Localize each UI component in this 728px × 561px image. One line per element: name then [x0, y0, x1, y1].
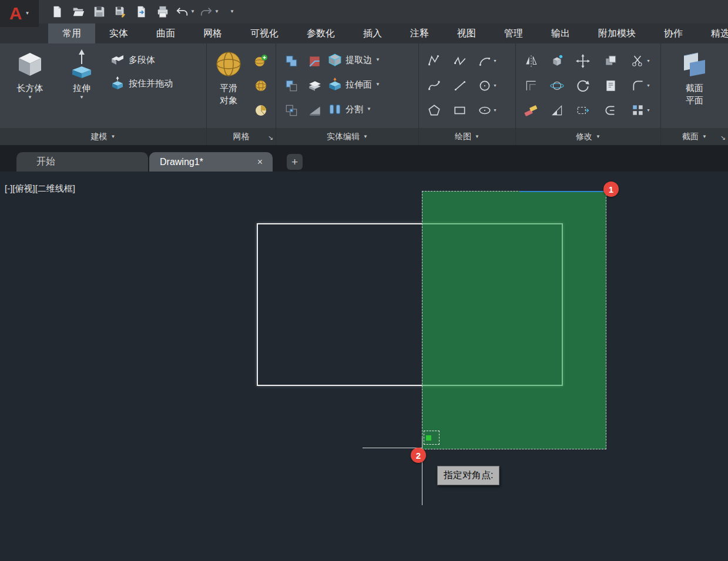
array-dropdown-icon[interactable]: ▼ — [646, 108, 650, 112]
polysolid-label: 多段体 — [129, 55, 155, 66]
ribbon-tab-addins[interactable]: 附加模块 — [584, 23, 650, 43]
increase-smoothness-icon[interactable] — [250, 51, 271, 72]
ribbon-tab-annotate[interactable]: 注释 — [396, 23, 443, 43]
new-file-button[interactable] — [47, 2, 67, 21]
arc-icon[interactable] — [474, 51, 495, 72]
ribbon-tab-visualize[interactable]: 可视化 — [236, 23, 293, 43]
polysolid-button[interactable]: 多段体 — [110, 53, 155, 67]
extract-edges-button[interactable]: 提取边 ▼ — [328, 51, 380, 69]
intersect-icon[interactable] — [281, 100, 302, 121]
thicken-icon[interactable] — [304, 100, 326, 121]
circle-icon[interactable] — [474, 75, 495, 96]
viewport-control-view[interactable]: [俯视] — [12, 183, 35, 194]
separate-button[interactable]: 分割 ▼ — [328, 100, 371, 119]
union-icon[interactable] — [281, 51, 302, 72]
copy-icon[interactable] — [600, 51, 622, 72]
file-tab-drawing1[interactable]: Drawing1* × — [149, 152, 273, 172]
panel-label-modeling[interactable]: 建模 ▼ — [0, 128, 206, 145]
plot-button[interactable] — [153, 2, 173, 21]
chevron-down-icon[interactable]: ▼ — [214, 9, 219, 14]
offset-icon[interactable] — [521, 75, 542, 96]
undo-button[interactable]: ▼ — [174, 2, 197, 21]
export-button[interactable] — [132, 2, 152, 21]
trim-icon[interactable] — [628, 51, 649, 72]
mesh-dialog-launcher-icon[interactable]: ↘ — [268, 134, 273, 142]
save-button[interactable] — [89, 2, 109, 21]
separate-label: 分割 — [345, 104, 363, 115]
box-button[interactable]: 长方体 ▼ — [6, 47, 54, 100]
refine-mesh-icon[interactable] — [250, 100, 271, 121]
ribbon-tab-bar: 常用 实体 曲面 网格 可视化 参数化 插入 注释 视图 管理 输出 附加模块 … — [0, 23, 728, 43]
subtract-icon[interactable] — [281, 75, 302, 96]
extrude-button[interactable]: 拉伸 ▼ — [59, 47, 105, 100]
slice-icon[interactable] — [304, 75, 326, 96]
rotate-icon[interactable] — [572, 75, 593, 96]
spline-icon[interactable] — [424, 75, 445, 96]
ribbon-tab-featured[interactable]: 精选 — [697, 23, 728, 43]
redo-button[interactable]: ▼ — [198, 2, 221, 21]
fillet-icon[interactable] — [628, 75, 649, 96]
box-icon — [16, 47, 44, 81]
ribbon-tab-manage[interactable]: 管理 — [490, 23, 537, 43]
ribbon-tab-parametric[interactable]: 参数化 — [293, 23, 349, 43]
mirror-icon[interactable] — [521, 51, 542, 72]
new-drawing-tab-button[interactable]: + — [287, 154, 303, 170]
line-icon[interactable] — [449, 75, 471, 96]
panel-label-solid-editing[interactable]: 实体编辑 ▼ — [276, 128, 418, 145]
ribbon-tab-view[interactable]: 视图 — [443, 23, 490, 43]
stretch-icon[interactable] — [572, 100, 593, 121]
array-icon[interactable] — [628, 100, 649, 121]
viewport-control-menu[interactable]: [-] — [5, 183, 12, 194]
ribbon-tab-mesh[interactable]: 网格 — [189, 23, 236, 43]
polygon-icon[interactable] — [424, 100, 445, 121]
chevron-down-icon[interactable]: ▼ — [375, 58, 380, 62]
circle-dropdown-icon[interactable]: ▼ — [493, 83, 497, 88]
chevron-down-icon[interactable]: ▼ — [375, 82, 380, 87]
decrease-smoothness-icon[interactable] — [250, 75, 271, 96]
erase-icon[interactable] — [521, 100, 542, 121]
close-icon[interactable]: × — [254, 157, 266, 167]
join-icon[interactable] — [600, 100, 622, 121]
chevron-down-icon[interactable]: ▼ — [190, 9, 195, 14]
section-dialog-launcher-icon[interactable]: ↘ — [720, 134, 726, 142]
smooth-object-button[interactable]: 平滑 对象 — [209, 47, 248, 106]
presspull-button[interactable]: 按住并拖动 — [110, 76, 173, 90]
panel-label-modify[interactable]: 修改 ▼ — [516, 128, 660, 145]
smooth-object-label-1: 平滑 — [220, 83, 237, 93]
chevron-down-icon[interactable]: ▼ — [367, 107, 371, 112]
ribbon-tab-solid[interactable]: 实体 — [95, 23, 142, 43]
extrude-faces-button[interactable]: 拉伸面 ▼ — [328, 75, 380, 94]
ellipse-icon[interactable] — [474, 100, 495, 121]
polyline-icon[interactable] — [424, 51, 445, 72]
fillet-dropdown-icon[interactable]: ▼ — [646, 83, 650, 88]
chevron-down-icon: ▼ — [28, 95, 32, 100]
ribbon-tab-insert[interactable]: 插入 — [349, 23, 396, 43]
open-button[interactable] — [68, 2, 88, 21]
ellipse-dropdown-icon[interactable]: ▼ — [493, 108, 497, 112]
rectangle-icon[interactable] — [449, 100, 471, 121]
scale-icon[interactable] — [546, 100, 568, 121]
move-icon[interactable] — [572, 51, 593, 72]
arc-dropdown-icon[interactable]: ▼ — [493, 59, 497, 63]
panel-label-mesh[interactable]: 网格 — [207, 128, 276, 145]
section-plane-button[interactable]: 截面 平面 — [675, 47, 714, 106]
3d-rotate-icon[interactable] — [546, 75, 568, 96]
ribbon-tab-collaborate[interactable]: 协作 — [650, 23, 697, 43]
panel-label-draw[interactable]: 绘图 ▼ — [419, 128, 515, 145]
ribbon-tab-output[interactable]: 输出 — [537, 23, 584, 43]
panel-label-section[interactable]: 截面 ▼ — [661, 128, 728, 145]
trim-dropdown-icon[interactable]: ▼ — [646, 59, 650, 63]
qat-customize-button[interactable]: ▼ — [222, 2, 242, 21]
3d-align-icon[interactable] — [546, 51, 568, 72]
polyline-3d-icon[interactable] — [449, 51, 471, 72]
save-as-button[interactable] — [110, 2, 130, 21]
drawing-canvas[interactable]: [-] [俯视] [二维线框] 1 2 指定对角点: — [0, 172, 728, 561]
imprint-icon[interactable] — [304, 51, 326, 72]
viewport-control-visual-style[interactable]: [二维线框] — [35, 183, 75, 194]
app-logo-button[interactable]: A ▼ — [0, 0, 39, 27]
ribbon-tab-surface[interactable]: 曲面 — [142, 23, 189, 43]
file-tab-start[interactable]: 开始 — [16, 152, 148, 172]
open-folder-icon — [72, 5, 85, 18]
ribbon-tab-home[interactable]: 常用 — [48, 23, 95, 43]
document-icon[interactable] — [600, 75, 622, 96]
